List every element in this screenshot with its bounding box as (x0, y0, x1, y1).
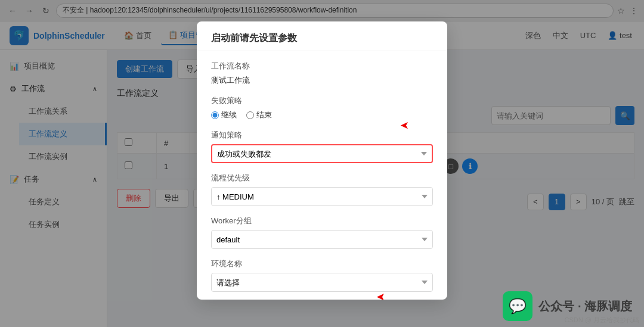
failure-end-label: 结束 (256, 110, 272, 120)
failure-continue-label: 继续 (221, 110, 237, 120)
env-select[interactable]: 请选择 (211, 273, 433, 292)
env-label: 环境名称 (211, 259, 433, 269)
wechat-logo: 💬 (503, 291, 532, 321)
form-row-priority: 流程优先级 HIGHEST HIGH ↑ MEDIUM LOW LOWEST (211, 173, 433, 206)
watermark-text: 公众号 · 海豚调度 (538, 298, 632, 314)
form-row-env: 环境名称 请选择 (211, 259, 433, 292)
form-row-workflow-name: 工作流名称 测试工作流 (211, 61, 433, 86)
wechat-icon: 💬 (509, 298, 527, 314)
failure-strategy-radio-group: 继续 结束 (211, 110, 433, 120)
form-row-worker-group: Worker分组 default (211, 216, 433, 249)
failure-strategy-label: 失败策略 (211, 95, 433, 106)
failure-continue-option[interactable]: 继续 (211, 110, 237, 120)
failure-end-radio[interactable] (246, 111, 254, 119)
notify-strategy-label: 通知策略 (211, 130, 433, 141)
workflow-name-value: 测试工作流 (211, 75, 433, 86)
alert-arrow-annotation: ➤ (376, 291, 385, 300)
modal-header: 启动前请先设置参数 (197, 21, 447, 51)
form-row-failure-strategy: 失败策略 继续 结束 (211, 95, 433, 120)
failure-end-option[interactable]: 结束 (246, 110, 272, 120)
modal-body: 工作流名称 测试工作流 失败策略 继续 结束 (197, 51, 447, 300)
modal-title: 启动前请先设置参数 (211, 33, 297, 43)
modal-overlay: 启动前请先设置参数 工作流名称 测试工作流 失败策略 继续 结束 (0, 0, 644, 327)
modal-dialog: 启动前请先设置参数 工作流名称 测试工作流 失败策略 继续 结束 (197, 21, 447, 300)
csdn-watermark: CSDN @ 月云给我抄代码 (560, 313, 644, 327)
priority-label: 流程优先级 (211, 173, 433, 183)
priority-select[interactable]: HIGHEST HIGH ↑ MEDIUM LOW LOWEST (211, 187, 433, 206)
csdn-text: CSDN @ 月云给我抄代码 (565, 316, 639, 323)
form-row-notify: 通知策略 ➤ 成功或失败都发 成功发 失败发 不发 (211, 130, 433, 163)
failure-continue-radio[interactable] (211, 111, 219, 119)
worker-group-label: Worker分组 (211, 216, 433, 226)
notify-strategy-select[interactable]: 成功或失败都发 成功发 失败发 不发 (211, 144, 433, 163)
workflow-name-label: 工作流名称 (211, 61, 433, 71)
worker-group-select[interactable]: default (211, 230, 433, 249)
